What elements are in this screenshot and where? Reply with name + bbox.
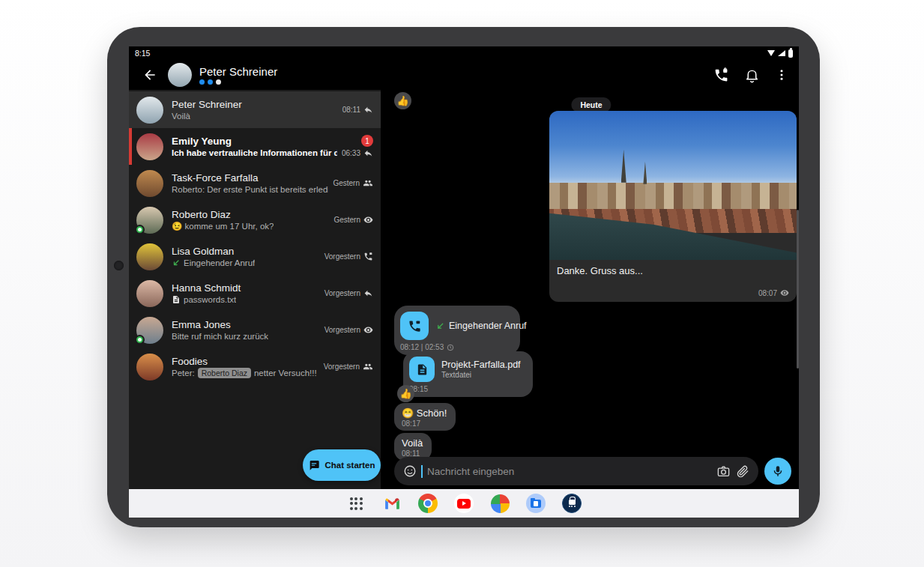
online-status-dot	[135, 335, 145, 345]
notification-bell-button[interactable]	[744, 67, 760, 83]
call-meta: 08:12 | 02:53	[400, 343, 444, 351]
file-message[interactable]: Projekt-Farfalla.pdf Textdatei 08:15	[403, 351, 533, 397]
avatar[interactable]	[136, 317, 163, 344]
document-icon	[172, 295, 181, 304]
group-icon	[363, 362, 373, 372]
read-eye-icon	[780, 288, 789, 297]
threema-icon[interactable]	[562, 494, 582, 514]
avatar[interactable]	[136, 280, 163, 307]
chat-list-item[interactable]: Peter SchreinerVoilà08:11	[129, 91, 381, 128]
file-type: Textdatei	[441, 371, 521, 379]
status-bar: 8:15	[129, 46, 799, 60]
avatar[interactable]	[136, 170, 163, 197]
chat-preview: passwords.txt	[172, 294, 320, 306]
gmail-icon[interactable]	[382, 494, 402, 514]
wifi-icon	[767, 50, 775, 56]
emoji-picker-icon[interactable]	[403, 464, 417, 478]
photo-caption: Danke. Gruss aus...	[557, 265, 789, 276]
incoming-call-arrow-icon	[172, 258, 181, 267]
call-message[interactable]: Eingehender Anruf 08:12 | 02:53	[394, 306, 520, 355]
avatar[interactable]	[136, 133, 163, 160]
read-eye-icon	[363, 215, 373, 225]
message-input-pill[interactable]	[394, 457, 758, 485]
camera-icon[interactable]	[716, 464, 731, 479]
thumbs-up-reaction[interactable]: 👍	[397, 385, 414, 402]
chat-preview: Eingehender Anruf	[172, 258, 320, 269]
google-photos-icon[interactable]	[490, 494, 510, 514]
chat-timestamp: 08:11	[342, 106, 360, 114]
duration-clock-icon	[447, 344, 454, 351]
chat-list-item[interactable]: Emma JonesBitte ruf mich kurz zurückVorg…	[129, 312, 381, 348]
files-icon[interactable]	[526, 494, 546, 514]
screen: 8:15 Peter Schreiner	[129, 46, 799, 518]
app-grid-icon[interactable]	[346, 494, 366, 514]
unread-count-badge: 1	[361, 135, 373, 147]
start-chat-button[interactable]: Chat starten	[303, 449, 381, 481]
chat-timestamp: Gestern	[333, 216, 360, 224]
chat-name: Task-Force Farfalla	[172, 172, 328, 184]
chat-preview: Peter:Roberto Diaznetter Versuch!!!	[172, 368, 319, 379]
online-status-dot	[135, 225, 145, 234]
chat-preview: Ich habe vertrauliche Informationen für …	[172, 148, 337, 159]
start-chat-label: Chat starten	[324, 461, 375, 470]
chat-preview: Roberto: Der erste Punkt ist bereits erl…	[172, 184, 328, 195]
clock: 8:15	[135, 49, 150, 58]
phone-icon	[408, 319, 422, 333]
incoming-call-arrow-icon	[435, 321, 445, 331]
contact-avatar[interactable]	[168, 63, 192, 87]
verification-dot	[216, 79, 221, 85]
message-input[interactable]	[427, 466, 712, 477]
chat-name: Emma Jones	[172, 318, 320, 331]
chat-name: Foodies	[172, 355, 319, 368]
photo-message[interactable]: Danke. Gruss aus... 08:07	[549, 111, 797, 302]
chat-timestamp: Gestern	[333, 179, 360, 187]
chat-list-item[interactable]: FoodiesPeter:Roberto Diaznetter Versuch!…	[129, 348, 381, 385]
scrollbar[interactable]	[797, 210, 799, 369]
text-message-group: 😁 Schön!08:17Voilà08:11	[394, 403, 456, 461]
attachment-icon[interactable]	[735, 464, 749, 479]
contact-name[interactable]: Peter Schreiner	[199, 66, 277, 77]
back-arrow-icon	[142, 67, 157, 82]
youtube-icon[interactable]	[454, 494, 474, 514]
chat-list-pane: Peter SchreinerVoilà08:11Emily YeungIch …	[129, 90, 382, 489]
chat-list-item[interactable]: Task-Force FarfallaRoberto: Der erste Pu…	[129, 165, 381, 201]
chat-name: Peter Schreiner	[172, 98, 338, 111]
secure-call-button[interactable]	[713, 67, 729, 83]
unread-indicator-bar	[129, 128, 132, 165]
group-icon	[363, 178, 373, 188]
chat-list-item[interactable]: Hanna Schmidtpasswords.txtVorgestern	[129, 275, 381, 312]
chat-list-item[interactable]: Lisa GoldmanEingehender AnrufVorgestern	[129, 238, 381, 275]
date-separator: Heute	[571, 97, 611, 112]
reply-status-icon	[363, 105, 373, 115]
photo-thumbnail[interactable]	[549, 111, 797, 260]
mention-chip: Roberto Diaz	[198, 368, 251, 378]
avatar[interactable]	[136, 207, 163, 234]
avatar[interactable]	[136, 97, 163, 124]
call-icon-badge	[400, 312, 429, 340]
message-text: 😁 Schön!	[402, 407, 447, 419]
chat-name: Hanna Schmidt	[172, 282, 320, 294]
microphone-icon	[771, 464, 785, 478]
verification-dots	[199, 79, 277, 85]
conversation-header: Peter Schreiner	[129, 60, 799, 90]
chat-list-item[interactable]: Emily YeungIch habe vertrauliche Informa…	[129, 128, 381, 165]
taskbar	[129, 489, 799, 518]
avatar[interactable]	[136, 354, 163, 380]
voice-message-button[interactable]	[764, 458, 791, 485]
thumbs-up-reaction[interactable]: 👍	[394, 92, 411, 109]
text-caret	[421, 465, 423, 478]
reply-status-icon	[363, 288, 373, 298]
verification-dot	[208, 79, 213, 85]
tablet-frame: 8:15 Peter Schreiner	[107, 27, 820, 527]
avatar[interactable]	[136, 243, 163, 270]
chat-timestamp: Vorgestern	[324, 363, 360, 371]
chrome-icon[interactable]	[418, 494, 438, 514]
file-name: Projekt-Farfalla.pdf	[441, 360, 521, 370]
overflow-menu-button[interactable]	[775, 68, 788, 82]
text-message[interactable]: 😁 Schön!08:17	[394, 403, 456, 431]
verification-dot	[199, 79, 205, 85]
chat-list-item[interactable]: Roberto Diaz😉 komme um 17 Uhr, ok?Gester…	[129, 201, 381, 238]
message-timestamp: 08:17	[402, 419, 447, 428]
document-icon	[416, 363, 429, 376]
back-button[interactable]	[141, 66, 159, 84]
